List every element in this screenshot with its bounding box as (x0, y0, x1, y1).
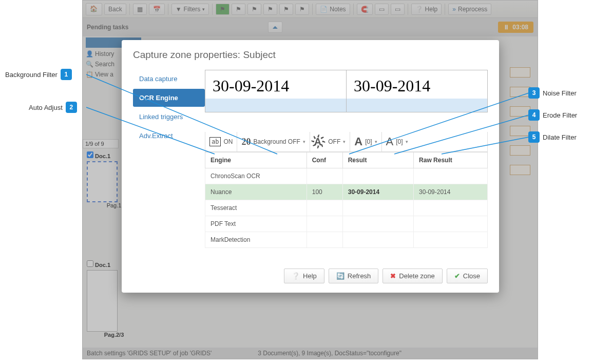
callout-2: Auto Adjust 2 (29, 102, 77, 113)
table-row[interactable]: MarkDetection (205, 232, 488, 248)
dialog-footer: ❔Help 🔄Refresh ✖Delete zone ✔Close (205, 269, 488, 283)
auto-adjust-button[interactable]: ab ON (205, 132, 237, 151)
number-icon: 20 (241, 137, 251, 147)
callout-badge: 2 (66, 102, 77, 113)
help-icon: ❔ (292, 272, 300, 280)
dialog-close-button[interactable]: ✔Close (447, 269, 488, 283)
callout-badge: 1 (61, 69, 72, 80)
dialog-content: 30-09-2014 30-09-2014 ab ON 20 Backgroun… (205, 70, 488, 283)
table-row[interactable]: PDF Text (205, 216, 488, 232)
tab-adv-extract[interactable]: Adv.Extract (133, 127, 205, 145)
delete-icon: ✖ (390, 272, 396, 280)
col-result: Result (342, 152, 413, 168)
callout-5: Dilate Filter 5 (528, 131, 577, 143)
engine-table: Engine Conf Result Raw Result ChronoScan… (205, 152, 488, 248)
refresh-icon: 🔄 (336, 272, 345, 280)
preview-row: 30-09-2014 30-09-2014 (205, 70, 488, 112)
callout-3: Noise Filter 3 (528, 87, 577, 99)
check-icon: ✔ (454, 272, 460, 280)
noise-a-icon: A҉ (314, 136, 326, 148)
callout-label: Dilate Filter (543, 133, 577, 141)
col-engine: Engine (205, 152, 307, 168)
dilate-a-icon: A (386, 135, 394, 148)
dialog-tabs: Data capture OCR Engine Linked triggers … (133, 70, 205, 283)
noise-filter-button[interactable]: A҉ OFF (310, 132, 350, 151)
tab-linked-triggers[interactable]: Linked triggers (133, 108, 205, 126)
col-raw: Raw Result (414, 152, 488, 168)
dilate-filter-button[interactable]: A [0] (382, 132, 412, 151)
preview-processed: 30-09-2014 (347, 70, 487, 112)
callout-label: Erode Filter (543, 111, 577, 119)
tab-data-capture[interactable]: Data capture (133, 70, 205, 88)
table-row[interactable]: Nuance10030-09-201430-09-2014 (205, 184, 488, 200)
table-row[interactable]: Tesseract (205, 200, 488, 216)
dialog-help-button[interactable]: ❔Help (284, 269, 324, 283)
callout-badge: 3 (528, 87, 540, 99)
callout-badge: 5 (528, 131, 540, 143)
callout-1: Background Filter 1 (5, 69, 72, 80)
callout-4: Erode Filter 4 (528, 109, 577, 121)
callout-label: Background Filter (5, 71, 58, 79)
ab-icon: ab (209, 137, 221, 146)
tab-ocr-engine[interactable]: OCR Engine (133, 89, 205, 107)
erode-a-icon: A (354, 135, 362, 148)
filter-toolbar: ab ON 20 Background OFF A҉ OFF A [0] A (205, 132, 488, 152)
dialog-title: Capture zone properties: Subject (133, 49, 488, 61)
preview-original: 30-09-2014 (205, 70, 347, 112)
background-filter-button[interactable]: 20 Background OFF (237, 132, 310, 151)
dialog-delete-button[interactable]: ✖Delete zone (382, 269, 442, 283)
capture-zone-dialog: Capture zone properties: Subject Data ca… (122, 40, 499, 293)
callout-label: Noise Filter (543, 89, 577, 97)
col-conf: Conf (307, 152, 342, 168)
erode-filter-button[interactable]: A [0] (350, 132, 381, 151)
callout-badge: 4 (528, 109, 540, 121)
dialog-refresh-button[interactable]: 🔄Refresh (329, 269, 379, 283)
callout-label: Auto Adjust (29, 104, 63, 111)
table-row[interactable]: ChronoScan OCR (205, 168, 488, 184)
